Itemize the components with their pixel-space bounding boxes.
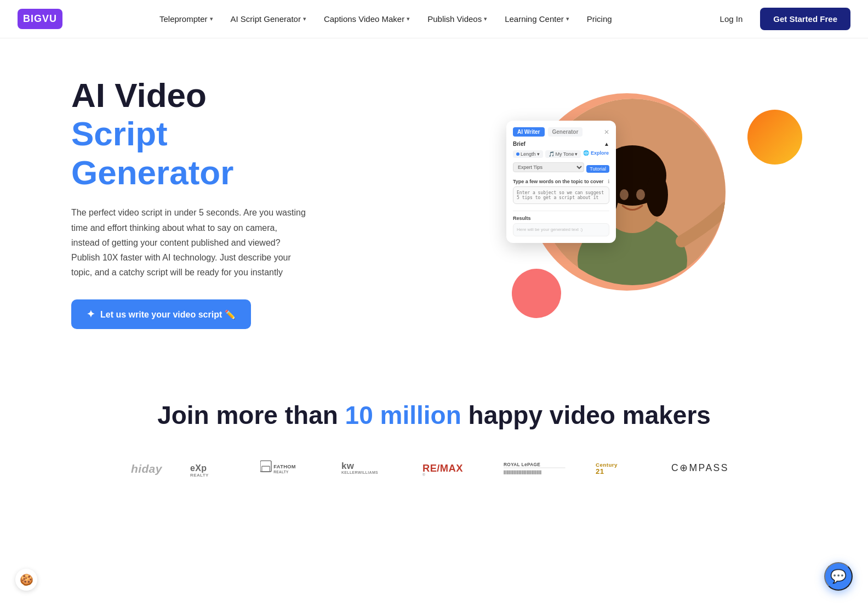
nav-links: Teleprompter ▾ AI Script Generator ▾ Cap…	[152, 10, 620, 28]
section-brief-label: Brief ▲	[513, 141, 609, 147]
nav-label-ai-script: AI Script Generator	[231, 14, 301, 24]
chip-tone[interactable]: 🎵 My Tone ▾	[545, 150, 581, 158]
explore-button[interactable]: 🌐 Explore	[583, 150, 609, 158]
select-row: Expert Tips Tutorial	[513, 162, 609, 175]
nav-right: Log In Get Started Free	[709, 8, 850, 30]
sparkle-icon: ✦	[87, 308, 95, 320]
svg-point-8	[636, 189, 645, 200]
svg-text:REALTY: REALTY	[190, 473, 209, 478]
decorative-circle-orange	[747, 110, 802, 165]
close-icon[interactable]: ✕	[604, 128, 609, 136]
svg-point-6	[646, 173, 668, 217]
expert-tips-select[interactable]: Expert Tips	[513, 162, 584, 172]
results-area: Here will be your generated text :)	[513, 223, 609, 236]
logo-century21: Century 21	[596, 457, 645, 479]
logo-remax: RE/MAX ®	[422, 457, 477, 479]
partner-logos: hiday eXpREALTY FATHOM REALTY kw KELLERW…	[22, 457, 846, 479]
nav-item-captions[interactable]: Captions Video Maker ▾	[316, 10, 418, 28]
dot-icon	[516, 152, 519, 156]
svg-text:eXp: eXp	[190, 464, 207, 473]
svg-text:®: ®	[422, 473, 425, 477]
social-proof-title: Join more than 10 million happy video ma…	[22, 400, 846, 431]
navbar: BIGVU Teleprompter ▾ AI Script Generator…	[0, 0, 868, 38]
svg-text:ROYAL LePAGE: ROYAL LePAGE	[504, 462, 540, 467]
ui-card-header: AI Writer Generator ✕	[513, 127, 609, 137]
social-proof-section: Join more than 10 million happy video ma…	[0, 356, 868, 512]
ui-card-preview: AI Writer Generator ✕ Brief ▲ Length ▾ 🎵…	[506, 121, 616, 243]
field-label: Type a few words on the topic to cover	[513, 179, 603, 184]
svg-text:hiday: hiday	[131, 462, 163, 475]
nav-label-publish: Publish Videos	[427, 14, 482, 24]
tab-ai-writer[interactable]: AI Writer	[513, 127, 545, 137]
chevron-down-icon: ▾	[484, 15, 487, 22]
logo-fathom: FATHOM REALTY	[260, 457, 315, 479]
svg-text:REALTY: REALTY	[273, 470, 289, 474]
field-label-row: Type a few words on the topic to cover ℹ	[513, 179, 609, 184]
nav-item-pricing[interactable]: Pricing	[579, 10, 620, 28]
svg-text:RE/MAX: RE/MAX	[422, 462, 463, 474]
chevron-down-icon: ▾	[566, 15, 569, 22]
ui-tabs: AI Writer Generator	[513, 127, 583, 137]
info-icon: ℹ	[608, 179, 609, 184]
divider	[513, 211, 609, 211]
nav-label-captions: Captions Video Maker	[324, 14, 404, 24]
hero-title-line1: AI Video	[71, 76, 207, 114]
hero-title-line3: Generator	[71, 154, 233, 191]
hero-visual: AI Writer Generator ✕ Brief ▲ Length ▾ 🎵…	[495, 77, 813, 329]
hero-section: AI Video Script Generator The perfect vi…	[0, 38, 868, 356]
chevron-down-icon: ▾	[303, 15, 306, 22]
chevron-up-icon: ▲	[604, 141, 609, 147]
hero-content: AI Video Script Generator The perfect vi…	[71, 77, 307, 330]
logo-royallepage: ROYAL LePAGE ███████████████	[504, 457, 569, 479]
get-started-button[interactable]: Get Started Free	[760, 8, 850, 30]
svg-text:███████████████: ███████████████	[504, 470, 542, 474]
social-title-end: happy video makers	[461, 401, 711, 429]
nav-item-ai-script[interactable]: AI Script Generator ▾	[223, 10, 314, 28]
ui-controls: Length ▾ 🎵 My Tone ▾ 🌐 Explore	[513, 150, 609, 158]
tab-generator[interactable]: Generator	[548, 127, 583, 137]
social-title-start: Join more than	[157, 401, 345, 429]
nav-label-learning: Learning Center	[505, 14, 564, 24]
logo-hiday: hiday	[131, 457, 164, 479]
tutorial-button[interactable]: Tutorial	[586, 165, 609, 173]
hero-title: AI Video Script Generator	[71, 77, 307, 192]
svg-text:FATHOM: FATHOM	[273, 465, 296, 470]
svg-text:kw: kw	[341, 461, 355, 471]
svg-point-7	[620, 189, 629, 200]
logo-exp: eXpREALTY	[190, 457, 234, 479]
nav-label-teleprompter: Teleprompter	[159, 14, 208, 24]
svg-text:C⊕MPASS: C⊕MPASS	[671, 463, 729, 474]
nav-item-teleprompter[interactable]: Teleprompter ▾	[152, 10, 221, 28]
topic-textarea[interactable]	[513, 186, 609, 204]
results-label: Results	[513, 216, 609, 221]
hero-description: The perfect video script in under 5 seco…	[71, 205, 307, 280]
logo[interactable]: BIGVU	[18, 9, 62, 29]
logo-compass: C⊕MPASS	[671, 457, 737, 479]
chevron-down-icon: ▾	[210, 15, 213, 22]
svg-text:21: 21	[596, 468, 604, 476]
svg-rect-14	[262, 466, 270, 472]
logo-kw: kw KELLERWILLIAMS	[341, 457, 396, 479]
hero-cta-button[interactable]: ✦ Let us write your video script ✏️	[71, 299, 251, 329]
chip-length[interactable]: Length ▾	[513, 150, 543, 158]
nav-item-learning[interactable]: Learning Center ▾	[497, 10, 577, 28]
social-title-highlight: 10 million	[345, 401, 461, 429]
decorative-circle-salmon	[512, 269, 561, 318]
nav-item-publish[interactable]: Publish Videos ▾	[420, 10, 495, 28]
login-button[interactable]: Log In	[709, 9, 754, 29]
tone-icon: 🎵	[549, 151, 555, 157]
chevron-down-icon: ▾	[407, 15, 410, 22]
hero-title-line2: Script	[71, 115, 168, 152]
hero-cta-label: Let us write your video script ✏️	[100, 309, 236, 320]
svg-text:KELLERWILLIAMS: KELLERWILLIAMS	[341, 471, 378, 474]
